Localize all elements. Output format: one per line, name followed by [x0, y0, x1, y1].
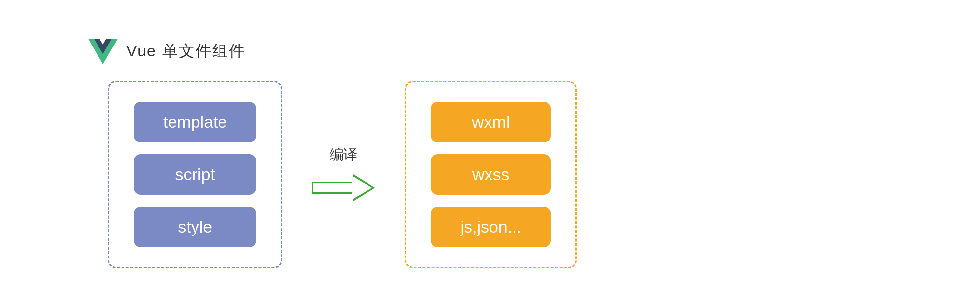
main-container: Vue 单文件组件 template script style 编译 [49, 37, 931, 268]
page-title: Vue 单文件组件 [126, 41, 245, 62]
svg-marker-4 [313, 176, 372, 200]
sfc-script-item: script [134, 154, 256, 195]
compile-label: 编译 [330, 145, 357, 164]
mp-jsjson-item: js,json... [431, 207, 551, 247]
mp-wxss-item: wxss [431, 154, 551, 195]
sfc-style-item: style [134, 207, 256, 247]
compile-arrow-icon [312, 172, 375, 204]
diagram-header: Vue 单文件组件 [88, 37, 245, 66]
diagram-body: template script style 编译 [49, 81, 931, 268]
vue-logo-icon [88, 37, 118, 66]
diagram-wrapper: Vue 单文件组件 template script style 编译 [49, 37, 931, 268]
mp-wxml-item: wxml [431, 102, 551, 142]
arrow-area: 编译 [312, 145, 375, 204]
sfc-box: template script style [108, 81, 282, 268]
sfc-template-item: template [134, 102, 256, 142]
mp-box: wxml wxss js,json... [405, 81, 577, 268]
